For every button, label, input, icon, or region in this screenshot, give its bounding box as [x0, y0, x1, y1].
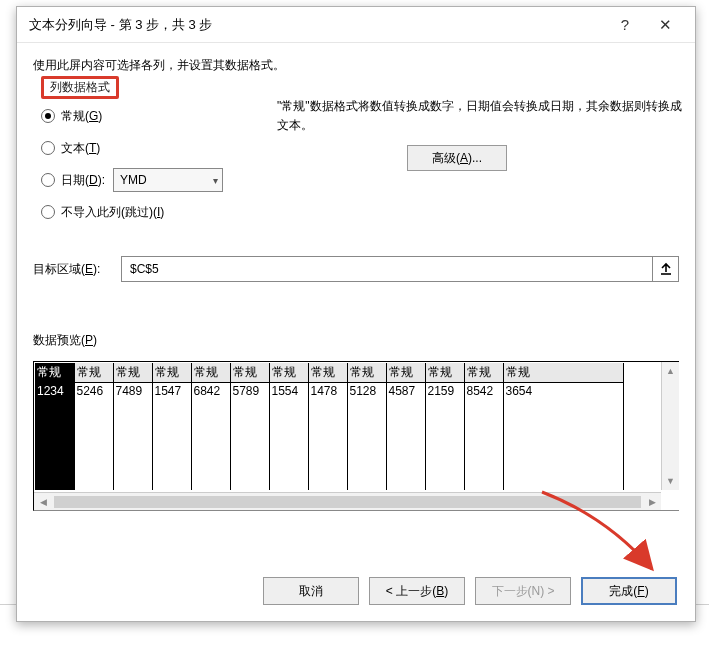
radio-label: 常规(G): [61, 108, 102, 125]
preview-cell[interactable]: 2159: [425, 383, 464, 491]
next-button: 下一步(N) >: [475, 577, 571, 605]
preview-cell[interactable]: 5789: [230, 383, 269, 491]
format-description: "常规"数据格式将数值转换成数字，日期值会转换成日期，其余数据则转换成文本。: [277, 97, 687, 135]
radio-general[interactable]: 常规(G): [41, 102, 245, 130]
text-to-columns-wizard-step3: 文本分列向导 - 第 3 步，共 3 步 ? ✕ 使用此屏内容可选择各列，并设置…: [16, 6, 696, 622]
scroll-right-icon[interactable]: ▶: [643, 497, 661, 507]
titlebar: 文本分列向导 - 第 3 步，共 3 步 ? ✕: [17, 7, 695, 43]
preview-grid[interactable]: 常规常规常规常规常规常规常规常规常规常规常规常规常规 1234524674891…: [35, 363, 660, 490]
radio-label: 不导入此列(跳过)(I): [61, 204, 164, 221]
instruction-text: 使用此屏内容可选择各列，并设置其数据格式。: [33, 57, 679, 74]
preview-header[interactable]: 常规: [269, 363, 308, 383]
destination-row: 目标区域(E):: [33, 256, 679, 282]
preview-header[interactable]: 常规: [503, 363, 623, 383]
radio-date[interactable]: 日期(D): YMD ▾: [41, 166, 245, 194]
preview-cell[interactable]: 1234: [35, 383, 74, 491]
scroll-thumb[interactable]: [54, 496, 641, 508]
preview-header[interactable]: 常规: [386, 363, 425, 383]
destination-input[interactable]: [128, 261, 646, 277]
scroll-down-icon[interactable]: ▼: [662, 472, 679, 490]
radio-label: 文本(T): [61, 140, 100, 157]
preview-cell[interactable]: 3654: [503, 383, 623, 491]
format-description-pane: "常规"数据格式将数值转换成数字，日期值会转换成日期，其余数据则转换成文本。 高…: [277, 97, 687, 171]
destination-input-wrapper: [121, 256, 653, 282]
radio-icon: [41, 141, 55, 155]
range-picker-icon[interactable]: [653, 256, 679, 282]
preview-header[interactable]: 常规: [35, 363, 74, 383]
preview-header[interactable]: 常规: [152, 363, 191, 383]
destination-label: 目标区域(E):: [33, 261, 121, 278]
preview-area: 常规常规常规常规常规常规常规常规常规常规常规常规常规 1234524674891…: [33, 361, 679, 511]
preview-cell[interactable]: 1547: [152, 383, 191, 491]
preview-cell[interactable]: 6842: [191, 383, 230, 491]
date-format-value: YMD: [120, 173, 147, 187]
close-button[interactable]: ✕: [645, 11, 685, 39]
preview-cell[interactable]: 7489: [113, 383, 152, 491]
radio-icon: [41, 205, 55, 219]
preview-table: 常规常规常规常规常规常规常规常规常规常规常规常规常规 1234524674891…: [35, 363, 624, 490]
format-legend: 列数据格式: [41, 76, 119, 99]
date-format-combo[interactable]: YMD ▾: [113, 168, 223, 192]
preview-label: 数据预览(P): [33, 332, 679, 349]
radio-icon: [41, 109, 55, 123]
dialog-content: 使用此屏内容可选择各列，并设置其数据格式。 列数据格式 常规(G) 文本(T) …: [17, 43, 695, 511]
vertical-scrollbar[interactable]: ▲ ▼: [661, 362, 679, 490]
radio-text[interactable]: 文本(T): [41, 134, 245, 162]
radio-icon: [41, 173, 55, 187]
preview-header[interactable]: 常规: [230, 363, 269, 383]
back-button[interactable]: < 上一步(B): [369, 577, 465, 605]
preview-cell[interactable]: 1478: [308, 383, 347, 491]
preview-header[interactable]: 常规: [425, 363, 464, 383]
radio-label: 日期(D):: [61, 172, 105, 189]
cancel-button[interactable]: 取消: [263, 577, 359, 605]
preview-header[interactable]: 常规: [347, 363, 386, 383]
preview-cell[interactable]: 5246: [74, 383, 113, 491]
preview-cell[interactable]: 4587: [386, 383, 425, 491]
preview-cell[interactable]: 1554: [269, 383, 308, 491]
preview-cell[interactable]: 5128: [347, 383, 386, 491]
chevron-down-icon: ▾: [213, 175, 218, 186]
radio-skip[interactable]: 不导入此列(跳过)(I): [41, 198, 245, 226]
advanced-button[interactable]: 高级(A)...: [407, 145, 507, 171]
scroll-left-icon[interactable]: ◀: [34, 497, 52, 507]
dialog-button-row: 取消 < 上一步(B) 下一步(N) > 完成(F): [263, 577, 677, 605]
scroll-up-icon[interactable]: ▲: [662, 362, 679, 380]
preview-header[interactable]: 常规: [74, 363, 113, 383]
finish-button[interactable]: 完成(F): [581, 577, 677, 605]
preview-cell[interactable]: 8542: [464, 383, 503, 491]
preview-header[interactable]: 常规: [113, 363, 152, 383]
preview-header[interactable]: 常规: [464, 363, 503, 383]
preview-header[interactable]: 常规: [191, 363, 230, 383]
preview-header[interactable]: 常规: [308, 363, 347, 383]
help-button[interactable]: ?: [605, 11, 645, 39]
column-data-format-group: 列数据格式 常规(G) 文本(T) 日期(D): YMD ▾ 不导入此列(跳过)…: [33, 84, 253, 238]
advanced-label: 高级(A)...: [432, 150, 482, 167]
dialog-title: 文本分列向导 - 第 3 步，共 3 步: [29, 16, 605, 34]
horizontal-scrollbar[interactable]: ◀ ▶: [34, 492, 661, 510]
